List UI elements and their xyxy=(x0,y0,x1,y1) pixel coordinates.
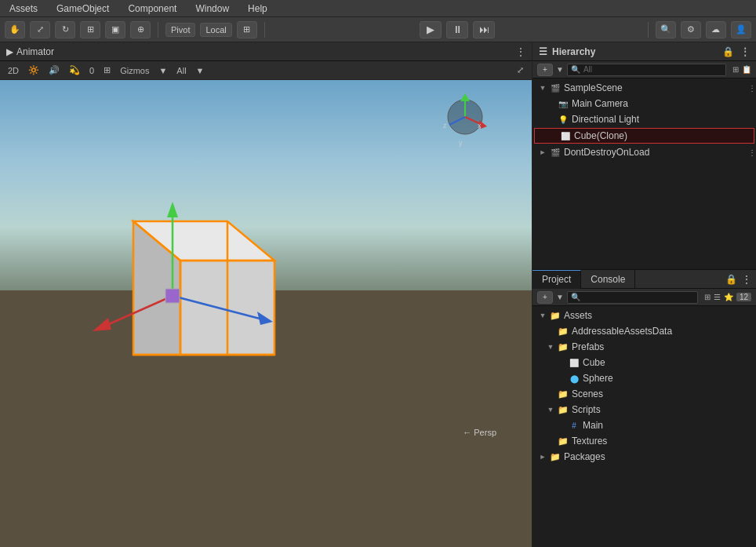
project-lock-icon[interactable]: 🔒 xyxy=(725,274,737,285)
hierarchy-search-options[interactable]: ⊞ xyxy=(732,65,739,74)
play-button[interactable]: ▶ xyxy=(420,21,442,38)
menu-assets[interactable]: Assets xyxy=(6,2,41,16)
project-item-addressable[interactable]: 📁 AddressableAssetsData xyxy=(532,323,756,339)
project-add-btn[interactable]: + xyxy=(537,291,553,304)
hierarchy-item-dirlight[interactable]: 💡 Directional Light xyxy=(532,111,756,127)
hierarchy-item-maincamera[interactable]: 📷 Main Camera xyxy=(532,96,756,111)
local-toggle[interactable]: Local xyxy=(200,23,231,37)
scene-2d-btn[interactable]: 2D xyxy=(5,64,22,77)
project-item-main[interactable]: # Main xyxy=(532,418,756,433)
toolbar-sep-3 xyxy=(648,22,649,38)
dontdestroy-icon: 🎬 xyxy=(550,147,561,158)
project-item-cube[interactable]: ⬜ Cube xyxy=(532,355,756,370)
project-item-prefabs[interactable]: 📁 Prefabs xyxy=(532,339,756,355)
project-view-a-btn[interactable]: ⊞ xyxy=(704,293,711,301)
dirlight-icon: 💡 xyxy=(558,114,569,125)
prefabs-label: Prefabs xyxy=(572,341,604,352)
svg-text:z: z xyxy=(443,122,447,129)
scene-fx-btn[interactable]: 💫 xyxy=(66,64,83,77)
scene-gizmo-compass[interactable]: y x z xyxy=(442,92,489,139)
dontdestroy-expand-icon[interactable] xyxy=(539,148,547,156)
menu-bar: Assets GameObject Component Window Help xyxy=(0,0,756,17)
sphere-label: Sphere xyxy=(583,373,613,384)
scene-view[interactable]: y x z ← Persp xyxy=(0,80,532,547)
project-item-assets[interactable]: 📁 Assets xyxy=(532,308,756,323)
hierarchy-item-dontdestroy[interactable]: 🎬 DontDestroyOnLoad ⋮ xyxy=(532,144,756,160)
rect-tool-btn[interactable]: ▣ xyxy=(105,21,125,38)
scene-gizmos-btn[interactable]: Gizmos xyxy=(117,64,152,77)
search-toolbar-btn[interactable]: 🔍 xyxy=(656,21,676,38)
hierarchy-add-btn[interactable]: + xyxy=(537,64,553,76)
scene-all-btn[interactable]: All xyxy=(173,64,189,77)
hierarchy-item-cubeclone[interactable]: ⬜ Cube(Clone) xyxy=(534,128,754,144)
move-tool-btn[interactable]: ⤢ xyxy=(30,21,50,38)
project-item-textures[interactable]: 📁 Textures xyxy=(532,433,756,449)
svg-marker-18 xyxy=(460,93,470,101)
menu-window[interactable]: Window xyxy=(192,2,232,16)
cube-prefab-icon: ⬜ xyxy=(569,357,580,368)
scripts-expand-icon[interactable] xyxy=(547,406,554,414)
samplescene-options[interactable]: ⋮ xyxy=(748,84,756,93)
snap-btn[interactable]: ⊞ xyxy=(237,21,257,38)
packages-expand-icon[interactable] xyxy=(539,453,547,461)
project-item-packages[interactable]: 📁 Packages xyxy=(532,449,756,465)
project-item-scenes[interactable]: 📁 Scenes xyxy=(532,386,756,402)
right-panel: ☰ Hierarchy 🔒 ⋮ + ▼ 🔍 All ⊞ 📋 xyxy=(532,42,756,547)
hierarchy-item-samplescene[interactable]: 🎬 SampleScene ⋮ xyxy=(532,80,756,96)
hierarchy-view-btn[interactable]: 📋 xyxy=(742,65,751,74)
account-btn[interactable]: 👤 xyxy=(731,21,751,38)
project-options-icon[interactable]: ⋮ xyxy=(742,274,751,285)
hierarchy-options-icon[interactable]: ⋮ xyxy=(740,46,750,57)
animator-tab[interactable]: ▶ Animator ⋮ xyxy=(0,42,532,61)
prefabs-expand-icon[interactable] xyxy=(547,343,554,351)
project-item-scripts[interactable]: 📁 Scripts xyxy=(532,402,756,418)
project-search-box[interactable]: 🔍 xyxy=(567,291,698,304)
project-add-drop[interactable]: ▼ xyxy=(556,293,564,301)
tab-console[interactable]: Console xyxy=(581,270,635,289)
scene-all-drop[interactable]: ▼ xyxy=(193,64,208,77)
project-view-b-btn[interactable]: ☰ xyxy=(714,293,721,301)
animator-tab-options[interactable]: ⋮ xyxy=(516,46,525,57)
dontdestroy-options[interactable]: ⋮ xyxy=(748,148,756,157)
hierarchy-title: Hierarchy xyxy=(552,46,595,57)
main-label: Main xyxy=(583,420,603,431)
pause-button[interactable]: ⏸ xyxy=(446,21,468,38)
cube-object[interactable] xyxy=(78,174,298,394)
samplescene-expand-icon[interactable] xyxy=(539,84,547,92)
hierarchy-lock-icon[interactable]: 🔒 xyxy=(722,46,734,57)
prefabs-folder-icon: 📁 xyxy=(558,341,569,352)
hand-tool-btn[interactable]: ✋ xyxy=(5,21,25,38)
collab-btn[interactable]: ⚙ xyxy=(681,21,701,38)
scene-expand-btn[interactable]: ⤢ xyxy=(514,64,527,77)
menu-component[interactable]: Component xyxy=(125,2,180,16)
hierarchy-content: 🎬 SampleScene ⋮ 📷 Main Camera 💡 Directio… xyxy=(532,78,756,269)
cloud-btn[interactable]: ☁ xyxy=(706,21,726,38)
scene-0-btn[interactable]: 0 xyxy=(86,64,97,77)
rotate-tool-btn[interactable]: ↻ xyxy=(55,21,75,38)
scene-light-btn[interactable]: 🔆 xyxy=(25,64,42,77)
scene-grid-btn[interactable]: ⊞ xyxy=(100,64,114,77)
transform-tool-btn[interactable]: ⊕ xyxy=(130,21,151,38)
project-item-sphere[interactable]: ⬤ Sphere xyxy=(532,370,756,386)
svg-marker-12 xyxy=(93,318,111,331)
scene-panel: ▶ Animator ⋮ 2D 🔆 🔊 💫 0 ⊞ Gizmos ▼ All ▼… xyxy=(0,42,532,547)
hierarchy-add-drop[interactable]: ▼ xyxy=(556,65,564,74)
scenes-label: Scenes xyxy=(572,388,603,399)
step-button[interactable]: ⏭ xyxy=(473,21,495,38)
assets-expand-icon[interactable] xyxy=(539,312,547,319)
project-tab-actions: 🔒 ⋮ xyxy=(725,274,756,285)
svg-text:y: y xyxy=(459,139,463,147)
scene-audio-btn[interactable]: 🔊 xyxy=(45,64,63,77)
hierarchy-search-box[interactable]: 🔍 All xyxy=(567,64,726,76)
tab-project[interactable]: Project xyxy=(532,270,581,289)
hierarchy-toolbar: + ▼ 🔍 All ⊞ 📋 xyxy=(532,61,756,78)
menu-gameobject[interactable]: GameObject xyxy=(53,2,112,16)
project-fav-btn[interactable]: ⭐ xyxy=(724,293,733,301)
pivot-toggle[interactable]: Pivot xyxy=(165,23,195,37)
animator-arrow-icon: ▶ xyxy=(6,46,13,57)
scene-gizmos-drop[interactable]: ▼ xyxy=(155,64,170,77)
menu-help[interactable]: Help xyxy=(245,2,271,16)
cubeclone-label: Cube(Clone) xyxy=(574,130,627,141)
scale-tool-btn[interactable]: ⊞ xyxy=(80,21,100,38)
cube-label: Cube xyxy=(583,357,605,368)
